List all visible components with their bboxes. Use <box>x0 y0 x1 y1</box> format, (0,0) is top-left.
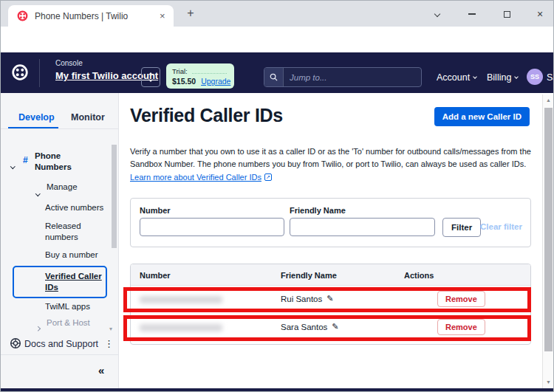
tab-title: Phone Numbers | Twilio <box>35 11 128 21</box>
sidebar-item-twiml-apps[interactable]: TwiML apps <box>45 301 90 312</box>
chevron-down-icon <box>148 78 153 82</box>
minimize-button[interactable] <box>464 7 480 21</box>
tab-strip: Phone Numbers | Twilio × + × <box>1 1 554 27</box>
filter-button[interactable]: Filter <box>442 218 481 237</box>
sidebar-scrollbar-thumb[interactable] <box>112 145 117 248</box>
col-actions: Actions <box>404 271 434 280</box>
annotation-highlight-row-2 <box>123 315 531 341</box>
user-avatar[interactable]: SS <box>527 69 543 85</box>
filter-card: Number Friendly Name Filter Clear filter <box>130 198 531 247</box>
chevron-down-icon <box>473 75 477 79</box>
sidebar: Develop Monitor # Phone Numbers Manage A… <box>1 93 119 388</box>
col-friendly-name: Friendly Name <box>281 271 337 280</box>
sidebar-item-released-numbers[interactable]: Released numbers <box>45 221 104 243</box>
tab-monitor[interactable]: Monitor <box>71 112 105 123</box>
tab-search-icon[interactable] <box>429 7 445 21</box>
twilio-logo-icon[interactable] <box>11 63 29 81</box>
add-caller-id-button[interactable]: Add a new Caller ID <box>434 107 530 126</box>
phone-numbers-icon: # <box>23 155 28 165</box>
chevron-down-icon[interactable] <box>11 157 15 171</box>
account-menu[interactable]: Account <box>437 72 476 83</box>
jump-to-search[interactable] <box>264 67 422 87</box>
sidebar-item-phone-numbers[interactable]: Phone Numbers <box>35 151 90 173</box>
page-description: Verify a number that you own to use it a… <box>130 145 536 170</box>
billing-menu[interactable]: Billing <box>487 72 518 83</box>
browser-window: Phone Numbers | Twilio × + × ← → ⟳ conso… <box>0 0 554 392</box>
docs-menu-icon[interactable]: ⋮ <box>104 338 114 349</box>
sidebar-item-manage[interactable]: Manage <box>47 182 78 193</box>
filter-friendly-name-input[interactable] <box>290 218 435 236</box>
sidebar-tabs-divider <box>1 128 119 129</box>
annotation-highlight-row-1 <box>123 287 531 312</box>
external-link-icon: ↗ <box>264 173 272 181</box>
tab-develop[interactable]: Develop <box>18 112 55 123</box>
page-title: Verified Caller IDs <box>130 105 283 126</box>
docs-and-support[interactable]: Docs and Support <box>24 339 98 349</box>
sidebar-item-port-and-host[interactable]: Port & Host <box>47 317 90 329</box>
new-tab-button[interactable]: + <box>183 7 198 20</box>
tab-close-icon[interactable]: × <box>160 10 165 21</box>
account-switcher-button[interactable] <box>141 67 160 87</box>
clear-filter-link[interactable]: Clear filter <box>480 222 522 231</box>
chevron-up-icon <box>148 72 153 77</box>
trial-label: Trial: <box>172 67 188 75</box>
console-label: Console <box>55 59 83 67</box>
trial-balance: $15.50 <box>172 77 196 86</box>
docs-support-icon <box>10 337 21 349</box>
table-header-row: Number Friendly Name Actions <box>131 264 530 286</box>
learn-more-row: Learn more about Verified Caller IDs ↗ <box>130 173 272 182</box>
trial-dotted-line <box>192 69 227 74</box>
chevron-right-icon[interactable] <box>36 320 40 333</box>
search-input[interactable] <box>284 68 421 86</box>
scroll-down-icon[interactable]: ▼ <box>543 379 554 385</box>
scrollbar-thumb[interactable] <box>544 108 553 351</box>
filter-number-input[interactable] <box>140 218 284 236</box>
upgrade-link[interactable]: Upgrade <box>201 77 230 86</box>
scroll-up-icon[interactable]: ▲ <box>543 97 554 103</box>
chevron-down-icon <box>515 75 519 79</box>
sidebar-item-buy-a-number[interactable]: Buy a number <box>45 250 98 261</box>
sidebar-item-active-numbers[interactable]: Active numbers <box>45 202 103 213</box>
maximize-button[interactable] <box>499 7 515 21</box>
browser-toolbar: ← → ⟳ console.twilio.com/us1/develop/pho… <box>1 27 554 52</box>
trial-balance-badge: Trial: $15.50Upgrade <box>166 63 234 89</box>
sidebar-scroll-down-icon[interactable]: ▾ <box>109 326 112 332</box>
user-name: Sar <box>547 72 554 83</box>
window-close-button[interactable]: × <box>532 7 548 21</box>
twilio-console-header: Console My first Twilio account Trial: $… <box>1 52 554 93</box>
col-number: Number <box>140 271 171 280</box>
sidebar-item-verified-caller-ids[interactable]: Verified Caller IDs <box>45 271 106 293</box>
header-divider <box>39 59 40 87</box>
chevron-down-icon[interactable] <box>36 185 40 198</box>
collapse-sidebar-button[interactable]: « <box>98 364 104 376</box>
page-scrollbar[interactable]: ▲ ▼ <box>542 94 553 388</box>
twilio-favicon-icon <box>17 10 28 21</box>
learn-more-link[interactable]: Learn more about Verified Caller IDs <box>130 173 261 182</box>
search-icon <box>264 68 284 86</box>
filter-friendly-name-label: Friendly Name <box>290 206 346 215</box>
filter-number-label: Number <box>140 206 171 215</box>
sidebar-footer-divider <box>1 354 119 355</box>
browser-tab[interactable]: Phone Numbers | Twilio × <box>8 5 174 27</box>
window-bottom-edge <box>1 388 554 392</box>
